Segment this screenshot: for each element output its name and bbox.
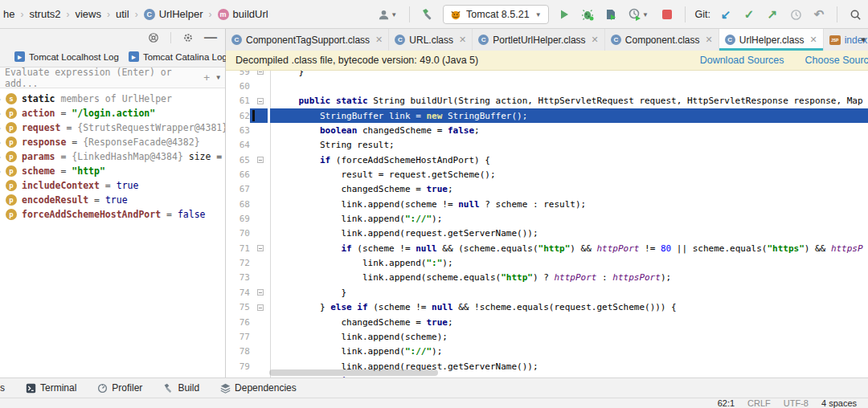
tab-build[interactable]: Build [163,382,199,394]
code-line[interactable]: 67 changedScheme = true; [226,182,868,197]
tab-dependencies[interactable]: Dependencies [220,382,297,394]
variable-row[interactable]: p forceAddSchemeHostAndPort = false [0,207,225,222]
code-text[interactable]: changedScheme = true; [271,315,868,329]
code-line[interactable]: 70 link.append(request.getServerName()); [226,226,868,241]
code-line[interactable]: 68 link.append(scheme != null ? scheme :… [226,197,868,211]
tab-terminal[interactable]: Terminal [26,382,76,394]
hidden-tabs-chevron[interactable]: ▾ [861,29,866,51]
close-icon[interactable]: ✕ [592,35,599,45]
code-text[interactable]: result = request.getScheme(); [271,167,868,182]
git-commit-button[interactable]: ✓ [741,6,757,22]
expand-chevron-icon[interactable]: ▸ [0,110,6,117]
encoding-indicator[interactable]: UTF-8 [784,398,809,408]
code-line[interactable]: 72 link.append(":"); [226,255,868,270]
code-line[interactable]: 69 link.append("://"); [226,211,868,226]
code-line[interactable]: 65 if (forceAddSchemeHostAndPort) { [226,153,868,167]
git-push-button[interactable]: ↗ [764,6,780,22]
code-text[interactable] [271,79,868,93]
run-button[interactable] [556,6,572,22]
download-sources-link[interactable]: Download Sources [700,55,784,66]
gutter[interactable] [250,359,271,373]
variable-row[interactable]: p includeContext = true [0,178,225,193]
code-line[interactable]: 75 } else if (scheme != null && !scheme.… [226,300,868,315]
add-watch-icon[interactable]: + [203,71,210,84]
tab-profiler[interactable]: Profiler [97,382,142,394]
code-text[interactable]: link.append("://"); [271,345,868,359]
gutter[interactable] [250,138,271,153]
tab-component[interactable]: C Component.class✕ [605,29,719,51]
caret-position[interactable]: 62:1 [718,398,735,408]
gutter[interactable] [250,315,271,329]
variable-row[interactable]: ▸ p response = {ResponseFacade@4382} [0,135,225,149]
code-line[interactable]: 66 result = request.getScheme(); [226,167,868,182]
code-line[interactable]: 76 changedScheme = true; [226,315,868,329]
breadcrumb-item[interactable]: struts2 [29,8,60,20]
code-line[interactable]: 62 StringBuffer link = new StringBuffer(… [226,108,868,123]
code-line[interactable]: 73 link.append(scheme.equals("http") ? h… [226,271,868,285]
code-text[interactable]: } else if (scheme != null && !scheme.equ… [271,300,868,315]
gutter[interactable] [250,108,271,123]
chevron-down-icon[interactable]: ▼ [216,74,220,81]
tab-url[interactable]: C URL.class✕ [389,29,473,51]
horizontal-scrollbar[interactable] [269,369,438,376]
gutter[interactable] [250,329,271,344]
gutter[interactable] [250,79,271,93]
fold-marker-icon[interactable] [257,98,264,104]
code-text[interactable]: link.append(scheme.equals("http") ? http… [271,271,868,285]
tab-portleturlhelper[interactable]: C PortletUrlHelper.class✕ [473,29,605,51]
variable-row[interactable]: ▸ p action = "/login.action" [0,106,225,120]
gear-icon[interactable] [180,30,196,46]
gutter[interactable] [250,285,271,300]
code-text[interactable]: String result; [271,138,868,153]
tab-partial[interactable]: s [0,382,5,394]
close-icon[interactable]: ✕ [706,35,713,45]
code-line[interactable]: 60 [226,79,868,93]
code-line[interactable]: 59 } [226,71,868,79]
choose-sources-link[interactable]: Choose Sources [805,55,868,66]
hide-panel-icon[interactable]: — [203,30,219,46]
expand-chevron-icon[interactable]: ▸ [0,153,6,161]
code-line[interactable]: 77 link.append(scheme); [226,329,868,344]
profiler-button[interactable]: ▼ [626,6,652,22]
gutter[interactable] [250,241,271,255]
expand-chevron-icon[interactable]: ▸ [0,96,6,103]
gutter[interactable] [250,182,271,197]
gutter[interactable] [250,94,271,108]
fold-marker-icon[interactable] [257,304,264,311]
expand-chevron-icon[interactable]: ▸ [0,168,6,175]
variable-row[interactable]: ▸ p scheme = "http" [0,164,225,178]
history-clock-icon[interactable] [788,6,804,22]
code-text[interactable]: boolean changedScheme = false; [271,123,868,137]
search-everywhere-button[interactable] [847,6,863,22]
tab-urlhelper-active[interactable]: C UrlHelper.class✕ [719,29,824,51]
code-text[interactable]: changedScheme = true; [271,182,868,197]
evaluate-expression-input[interactable]: Evaluate expression (Enter) or add... + … [0,67,225,88]
code-line[interactable]: 74 } [226,285,868,300]
code-line[interactable]: 61 public static String buildUrl(String … [226,94,868,108]
breadcrumb-item[interactable]: util [116,8,129,20]
close-icon[interactable]: ✕ [809,35,817,45]
gutter[interactable] [250,300,271,315]
rollback-button[interactable]: ↶ [811,6,827,22]
code-text[interactable]: link.append("://"); [271,211,868,226]
run-configuration-select[interactable]: Tomcat 8.5.21 ▼ [443,5,548,24]
gutter[interactable] [250,123,271,137]
layout-settings-icon[interactable] [145,30,162,46]
close-icon[interactable]: ✕ [375,35,383,45]
fold-marker-icon[interactable] [257,71,264,75]
run-with-coverage-button[interactable] [603,6,619,22]
stop-button[interactable] [659,6,675,22]
code-text[interactable]: } [271,71,868,79]
code-line[interactable]: 63 boolean changedScheme = false; [226,123,868,137]
gutter[interactable] [250,153,271,167]
tab-componenttagsupport[interactable]: C ComponentTagSupport.class✕ [226,29,389,51]
gutter[interactable] [250,255,271,270]
gutter[interactable] [250,226,271,241]
variable-row[interactable]: ▸ s static members of UrlHelper [0,92,225,106]
git-update-button[interactable]: ↙ [718,6,734,22]
line-ending-indicator[interactable]: CRLF [747,398,771,408]
user-profile-button[interactable]: ▼ [375,6,399,22]
gutter[interactable] [250,345,271,359]
breadcrumb-item[interactable]: views [75,8,101,20]
expand-chevron-icon[interactable]: ▸ [0,124,6,132]
